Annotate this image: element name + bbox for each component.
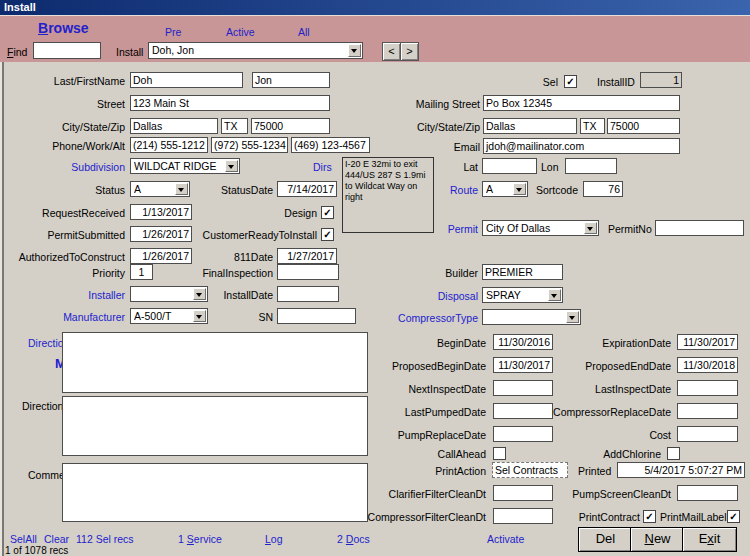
installer-combo[interactable] (130, 286, 208, 302)
mailing-city-field[interactable]: Dallas (483, 118, 577, 134)
sortcode-field[interactable]: 76 (583, 181, 623, 197)
design-checkbox[interactable]: ✓ (321, 206, 334, 219)
alt-phone-field[interactable]: (469) 123-4567 (291, 137, 370, 153)
sn-label: SN (245, 310, 273, 324)
subdivision-label[interactable]: Subdivision (10, 160, 125, 174)
window-titlebar[interactable]: Install (0, 0, 750, 15)
callahead-checkbox[interactable] (493, 447, 506, 460)
statusdate-field[interactable]: 7/14/2017 (277, 181, 337, 197)
manufacturer-combo[interactable]: A-500/T (130, 308, 208, 324)
route-combo[interactable]: A (482, 181, 528, 197)
compressorreplacedate-field[interactable] (677, 403, 738, 419)
street-field[interactable]: 123 Main St (130, 95, 330, 111)
filter-pre-link[interactable]: Pre (165, 25, 181, 39)
service-link[interactable]: 1Service (178, 532, 222, 546)
docs-link[interactable]: 2Docs (337, 532, 370, 546)
permitno-field[interactable] (655, 220, 744, 236)
addchlorine-checkbox[interactable] (667, 447, 680, 460)
installid-field: 1 (640, 72, 682, 88)
directions-textarea[interactable] (62, 332, 368, 393)
sel-checkbox[interactable]: ✓ (564, 75, 577, 88)
lastinspectdate-field[interactable] (677, 380, 738, 396)
filter-active-link[interactable]: Active (226, 25, 255, 39)
prev-record-button[interactable]: < (382, 42, 401, 61)
new-button[interactable]: New (630, 527, 685, 552)
permit-combo[interactable]: City Of Dallas (482, 220, 599, 236)
compressorfiltercleandt-field[interactable] (493, 508, 553, 524)
status-combo[interactable]: A (130, 181, 190, 197)
builder-field[interactable]: PREMIER (482, 264, 563, 280)
printmaillabel-checkbox[interactable]: ✓ (727, 510, 740, 523)
zip-field[interactable]: 75000 (251, 118, 330, 134)
dropdown-arrow-icon[interactable] (548, 289, 561, 301)
directions-note: I-20 E 32mi to exit 444/US 287 S 1.9mi t… (342, 157, 434, 233)
directions2-textarea[interactable] (62, 396, 368, 456)
installer-label[interactable]: Installer (60, 288, 125, 302)
requestreceived-field[interactable]: 1/13/2017 (130, 204, 192, 220)
filter-all-link[interactable]: All (298, 25, 310, 39)
next-record-button[interactable]: > (400, 42, 419, 61)
subdivision-combo[interactable]: WILDCAT RIDGE (130, 158, 240, 174)
mailing-zip-field[interactable]: 75000 (607, 118, 680, 134)
printcontract-checkbox[interactable]: ✓ (643, 510, 656, 523)
route-label[interactable]: Route (448, 183, 478, 197)
work-phone-field[interactable]: (972) 555-1234 (211, 137, 288, 153)
dropdown-arrow-icon[interactable] (193, 310, 206, 322)
state-field[interactable]: TX (221, 118, 248, 134)
customerreadytoinstall-checkbox[interactable]: ✓ (321, 228, 334, 241)
permitsubmitted-field[interactable]: 1/26/2017 (130, 226, 192, 242)
printed-field[interactable]: 5/4/2017 5:07:27 PM (617, 462, 745, 478)
proposedenddate-field[interactable]: 11/30/2018 (677, 357, 738, 373)
disposal-combo[interactable]: SPRAY (482, 287, 563, 303)
activate-link[interactable]: Activate (487, 532, 524, 546)
lat-field[interactable] (482, 158, 537, 174)
finalinspection-field[interactable] (277, 264, 339, 280)
dropdown-arrow-icon[interactable] (348, 44, 361, 57)
compressortype-combo[interactable] (482, 309, 581, 325)
sel-recs-count: 112 Sel recs (76, 532, 134, 546)
phone-field[interactable]: (214) 555-1212 (130, 137, 208, 153)
first-name-field[interactable]: Jon (252, 72, 330, 88)
installdate-field[interactable] (277, 286, 339, 302)
priority-field[interactable]: 1 (130, 264, 153, 280)
pumpscreencleandt-field[interactable] (677, 485, 738, 501)
manufacturer-combo-value: A-500/T (134, 309, 192, 323)
mailing-state-field[interactable]: TX (580, 118, 605, 134)
proposedbegindate-label: ProposedBeginDate (348, 359, 486, 373)
dropdown-arrow-icon[interactable] (566, 311, 579, 323)
authorizedtoconstruct-field[interactable]: 1/26/2017 (130, 248, 192, 264)
expirationdate-field[interactable]: 11/30/2017 (677, 334, 738, 350)
manufacturer-label[interactable]: Manufacturer (40, 310, 125, 324)
dropdown-arrow-icon[interactable] (584, 222, 597, 234)
service-link-text: Service (187, 532, 222, 546)
lon-field[interactable] (565, 158, 617, 174)
city-field[interactable]: Dallas (130, 118, 218, 134)
last-name-field[interactable]: Doh (130, 72, 243, 88)
exit-button[interactable]: Exit (682, 527, 737, 552)
log-link[interactable]: Log (265, 532, 283, 546)
browse-link[interactable]: Browse (38, 20, 89, 36)
dropdown-arrow-icon[interactable] (193, 288, 206, 300)
find-input[interactable] (33, 42, 101, 59)
dirs-link[interactable]: Dirs (313, 160, 332, 174)
date811-field[interactable]: 1/27/2017 (277, 248, 337, 264)
del-button[interactable]: Del (578, 527, 633, 552)
dropdown-arrow-icon[interactable] (513, 183, 526, 195)
permitno-label: PermitNo (608, 222, 652, 236)
permit-label[interactable]: Permit (440, 222, 478, 236)
mailing-street-field[interactable]: Po Box 12345 (483, 95, 680, 111)
email-field[interactable]: jdoh@mailinator.com (483, 138, 680, 154)
exit-button-text: E (699, 531, 708, 546)
disposal-label[interactable]: Disposal (430, 289, 478, 303)
docs-count: 2 (337, 533, 343, 545)
lat-label: Lat (448, 160, 478, 174)
printaction-field[interactable]: Sel Contracts (492, 462, 568, 478)
compressortype-label[interactable]: CompressorType (388, 311, 478, 325)
dropdown-arrow-icon[interactable] (175, 183, 188, 195)
comment-textarea[interactable] (62, 463, 368, 522)
dropdown-arrow-icon[interactable] (225, 160, 238, 172)
sn-field[interactable] (277, 308, 356, 324)
install-record-combo[interactable]: Doh, Jon (148, 42, 363, 59)
cost-field[interactable] (677, 426, 738, 442)
record-count-status: 1 of 1078 recs (5, 544, 68, 556)
